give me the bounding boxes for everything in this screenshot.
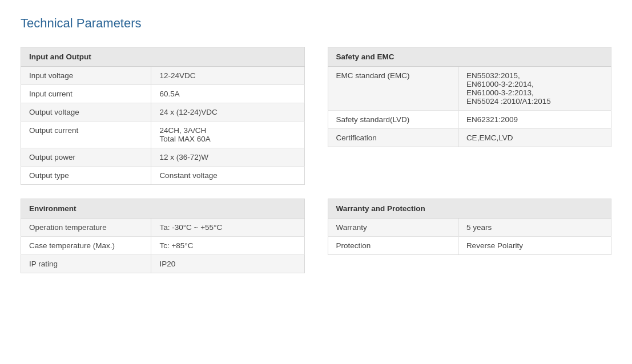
table-row: ProtectionReverse Polarity: [328, 237, 611, 255]
table-row: Output power12 x (36-72)W: [21, 148, 305, 167]
row-value: Constant voltage: [151, 167, 304, 185]
input-output-header: Input and Output: [21, 47, 305, 67]
row-label: Output type: [21, 167, 151, 185]
row-value: Reverse Polarity: [458, 237, 611, 255]
row-label: Output power: [21, 148, 151, 167]
table-row: Case temperature (Max.)Tc: +85°C: [21, 237, 305, 255]
row-value: 24 x (12-24)VDC: [151, 103, 304, 122]
table-row: Safety standard(LVD)EN62321:2009: [328, 111, 611, 129]
row-value: 24CH, 3A/CHTotal MAX 60A: [151, 122, 304, 148]
environment-header: Environment: [21, 199, 305, 219]
table-row: Input current60.5A: [21, 85, 305, 103]
table-row: Output current24CH, 3A/CHTotal MAX 60A: [21, 122, 305, 148]
safety-emc-table: Safety and EMC EMC standard (EMC)EN55032…: [328, 47, 612, 147]
row-value: 5 years: [458, 219, 611, 237]
row-label: Output voltage: [21, 103, 151, 122]
row-label: Safety standard(LVD): [328, 111, 458, 129]
row-label: Input current: [21, 85, 151, 103]
safety-emc-section: Safety and EMC EMC standard (EMC)EN55032…: [328, 47, 612, 185]
row-value: 60.5A: [151, 85, 304, 103]
page-title: Technical Parameters: [21, 16, 611, 31]
environment-table: Environment Operation temperatureTa: -30…: [21, 199, 305, 273]
row-label: Warranty: [328, 219, 458, 237]
warranty-header: Warranty and Protection: [328, 199, 611, 219]
row-label: Protection: [328, 237, 458, 255]
warranty-section: Warranty and Protection Warranty5 yearsP…: [328, 199, 612, 255]
table-row: CertificationCE,EMC,LVD: [328, 129, 611, 147]
tables-grid: Input and Output Input voltage12-24VDCIn…: [21, 47, 611, 273]
row-label: Input voltage: [21, 67, 151, 85]
table-row: IP ratingIP20: [21, 255, 305, 273]
table-row: Warranty5 years: [328, 219, 611, 237]
row-value: Tc: +85°C: [151, 237, 304, 255]
input-output-table: Input and Output Input voltage12-24VDCIn…: [21, 47, 305, 185]
row-value: EN62321:2009: [458, 111, 611, 129]
row-label: Output current: [21, 122, 151, 148]
environment-section: Environment Operation temperatureTa: -30…: [21, 199, 305, 273]
row-value: 12 x (36-72)W: [151, 148, 304, 167]
safety-emc-header: Safety and EMC: [328, 47, 611, 67]
row-value: CE,EMC,LVD: [458, 129, 611, 147]
input-output-section: Input and Output Input voltage12-24VDCIn…: [21, 47, 305, 185]
row-label: IP rating: [21, 255, 151, 273]
table-row: Output voltage24 x (12-24)VDC: [21, 103, 305, 122]
table-row: EMC standard (EMC)EN55032:2015,EN61000-3…: [328, 67, 611, 111]
row-value: Ta: -30°C ~ +55°C: [151, 219, 304, 237]
row-label: Operation temperature: [21, 219, 151, 237]
row-value: EN55032:2015,EN61000-3-2:2014,EN61000-3-…: [458, 67, 611, 111]
table-row: Output typeConstant voltage: [21, 167, 305, 185]
row-value: IP20: [151, 255, 304, 273]
row-label: Case temperature (Max.): [21, 237, 151, 255]
row-label: EMC standard (EMC): [328, 67, 458, 111]
table-row: Input voltage12-24VDC: [21, 67, 305, 85]
warranty-table: Warranty and Protection Warranty5 yearsP…: [328, 199, 612, 255]
row-label: Certification: [328, 129, 458, 147]
table-row: Operation temperatureTa: -30°C ~ +55°C: [21, 219, 305, 237]
row-value: 12-24VDC: [151, 67, 304, 85]
